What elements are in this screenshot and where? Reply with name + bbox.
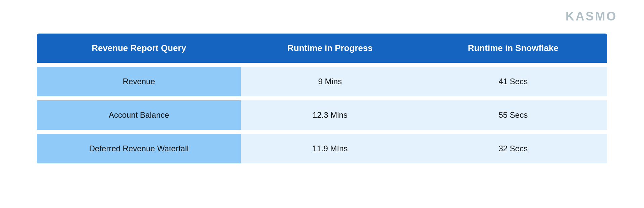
cell-runtime-snowflake: 32 Secs	[419, 134, 607, 163]
table-row: Deferred Revenue Waterfall11.9 MIns32 Se…	[37, 134, 607, 163]
cell-runtime-progress: 12.3 Mins	[241, 100, 419, 130]
cell-runtime-progress: 9 Mins	[241, 67, 419, 96]
table-container: Revenue Report Query Runtime in Progress…	[37, 34, 607, 167]
revenue-report-table: Revenue Report Query Runtime in Progress…	[37, 34, 607, 167]
col-header-runtime-snowflake: Runtime in Snowflake	[419, 34, 607, 63]
cell-runtime-snowflake: 41 Secs	[419, 67, 607, 96]
logo: KASMO	[566, 9, 617, 23]
cell-query: Revenue	[37, 67, 241, 96]
table-spacer-row-final	[37, 163, 607, 167]
col-header-runtime-progress: Runtime in Progress	[241, 34, 419, 63]
table-spacer-row	[37, 96, 607, 100]
cell-runtime-progress: 11.9 MIns	[241, 134, 419, 163]
cell-runtime-snowflake: 55 Secs	[419, 100, 607, 130]
col-header-query: Revenue Report Query	[37, 34, 241, 63]
cell-query: Deferred Revenue Waterfall	[37, 134, 241, 163]
table-spacer-row	[37, 130, 607, 134]
table-row: Revenue9 Mins41 Secs	[37, 67, 607, 96]
table-row: Account Balance12.3 Mins55 Secs	[37, 100, 607, 130]
table-header-row: Revenue Report Query Runtime in Progress…	[37, 34, 607, 63]
cell-query: Account Balance	[37, 100, 241, 130]
table-spacer-row	[37, 63, 607, 67]
